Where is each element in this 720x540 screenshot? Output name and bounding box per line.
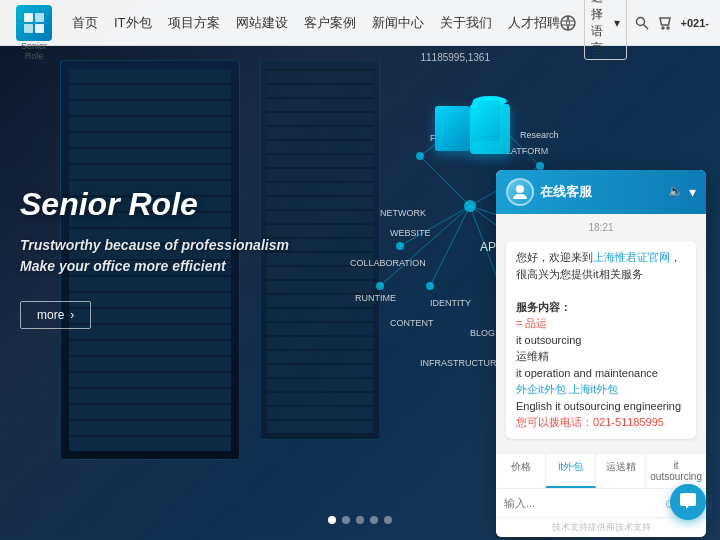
svg-text:RUNTIME: RUNTIME [355, 293, 396, 303]
svg-point-24 [416, 152, 424, 160]
svg-text:CONTENT: CONTENT [390, 318, 434, 328]
nav-cases[interactable]: 客户案例 [304, 14, 356, 32]
svg-text:WEBSITE: WEBSITE [390, 228, 431, 238]
svg-point-10 [667, 27, 669, 29]
floating-chat-button[interactable] [670, 484, 706, 520]
svg-line-8 [643, 24, 648, 29]
chat-english-service: English it outsourcing engineering [516, 400, 681, 412]
svg-point-22 [464, 200, 476, 212]
chat-tabs: 价格 it外包 运送精 it outsourcing [496, 453, 706, 488]
nav-home[interactable]: 首页 [72, 14, 98, 32]
chat-header-icons: 🔈 ▾ [668, 184, 696, 200]
logo[interactable]: Senior Role [12, 5, 56, 41]
nav-links: 首页 IT外包 项目方案 网站建设 客户案例 新闻中心 关于我们 人才招聘 [72, 14, 560, 32]
nav-about[interactable]: 关于我们 [440, 14, 492, 32]
slider-dot-5[interactable] [384, 516, 392, 524]
svg-point-4 [561, 16, 575, 30]
chat-tab-transport[interactable]: 运送精 [596, 454, 646, 488]
nav-news[interactable]: 新闻中心 [372, 14, 424, 32]
chat-service-yunwei: 运维精 [516, 350, 549, 362]
chat-tab-price[interactable]: 价格 [496, 454, 546, 488]
chat-body: 18:21 您好，欢迎来到上海惟君证官网，很高兴为您提供it相关服务 服务内容：… [496, 214, 706, 453]
svg-point-26 [396, 242, 404, 250]
chat-footer-note: 技术支持提供商技术支持 [496, 517, 706, 537]
chat-title: 在线客服 [540, 183, 662, 201]
chat-service-it-outsourcing: it outsourcing [516, 334, 581, 346]
teal-box-1 [435, 106, 470, 151]
chat-tab-outsourcing[interactable]: it outsourcing [646, 454, 706, 488]
hero-title: Senior Role [20, 186, 289, 223]
svg-point-48 [516, 185, 524, 193]
chat-link-1[interactable]: 外企it外包 [516, 383, 566, 395]
chat-minimize-icon[interactable]: ▾ [689, 184, 696, 200]
svg-line-12 [420, 156, 470, 206]
logo-text: Senior Role [12, 41, 56, 63]
chat-site-link[interactable]: 上海惟君证官网 [593, 251, 670, 263]
cart-icon[interactable] [657, 14, 673, 32]
slider-dot-1[interactable] [328, 516, 336, 524]
nav-web-build[interactable]: 网站建设 [236, 14, 288, 32]
chat-avatar [506, 178, 534, 206]
svg-text:COLLABORATION: COLLABORATION [350, 258, 426, 268]
nav-it-outsource[interactable]: IT外包 [114, 14, 152, 32]
more-label: more [37, 308, 64, 322]
nav-recruit[interactable]: 人才招聘 [508, 14, 560, 32]
chat-service-label: 服务内容： [516, 301, 571, 313]
hero-subtitle-1: Trustworthy because of professionalism [20, 235, 289, 256]
hero-subtitle-2: Make your office more efficient [20, 256, 289, 277]
slider-dot-2[interactable] [342, 516, 350, 524]
globe-icon [560, 14, 576, 32]
chat-input[interactable] [504, 497, 659, 509]
svg-text:INFRASTRUCTURE: INFRASTRUCTURE [420, 358, 503, 368]
chat-volume-icon[interactable]: 🔈 [668, 184, 683, 200]
svg-rect-1 [35, 13, 44, 22]
svg-rect-0 [24, 13, 33, 22]
svg-point-7 [636, 17, 644, 25]
svg-rect-2 [24, 24, 33, 33]
svg-rect-3 [35, 24, 44, 33]
arrow-right-icon: › [70, 308, 74, 322]
nav-project[interactable]: 项目方案 [168, 14, 220, 32]
svg-text:NETWORK: NETWORK [380, 208, 426, 218]
chat-message: 您好，欢迎来到上海惟君证官网，很高兴为您提供it相关服务 服务内容： = 品运 … [506, 241, 696, 439]
chat-tab-it-outsource[interactable]: it外包 [546, 454, 596, 488]
logo-icon [16, 5, 52, 41]
language-selector[interactable]: 选择语言 ▾ [584, 0, 627, 60]
search-icon[interactable] [635, 14, 649, 32]
teal-box-2 [472, 101, 500, 141]
svg-point-23 [536, 162, 544, 170]
svg-point-28 [426, 282, 434, 290]
slider-dot-3[interactable] [356, 516, 364, 524]
svg-point-9 [662, 27, 664, 29]
nav-right: 选择语言 ▾ +021- [560, 0, 709, 60]
chat-service-item-1: = 品运 [516, 317, 547, 329]
chat-header: 在线客服 🔈 ▾ [496, 170, 706, 214]
slider-dots [328, 516, 392, 524]
svg-point-30 [376, 282, 384, 290]
chat-timestamp: 18:21 [506, 222, 696, 233]
hero-phone-number: 11185995,1361 [420, 52, 490, 63]
svg-text:IDENTITY: IDENTITY [430, 298, 471, 308]
chat-greeting: 您好，欢迎来到 [516, 251, 593, 263]
hero-text-block: Senior Role Trustworthy because of profe… [20, 186, 289, 329]
chat-service-operation: it operation and maintenance [516, 367, 658, 379]
chat-link-2[interactable]: 上海it外包 [569, 383, 619, 395]
more-button[interactable]: more › [20, 301, 91, 329]
chat-widget: 在线客服 🔈 ▾ 18:21 您好，欢迎来到上海惟君证官网，很高兴为您提供it相… [496, 170, 706, 537]
chat-phone-cta: 您可以拨电话：021-51185995 [516, 416, 664, 428]
phone-number: +021- [681, 17, 709, 29]
slider-dot-4[interactable] [370, 516, 378, 524]
svg-text:Research: Research [520, 130, 559, 140]
svg-line-18 [380, 206, 470, 286]
navigation: Senior Role 首页 IT外包 项目方案 网站建设 客户案例 新闻中心 … [0, 0, 720, 46]
